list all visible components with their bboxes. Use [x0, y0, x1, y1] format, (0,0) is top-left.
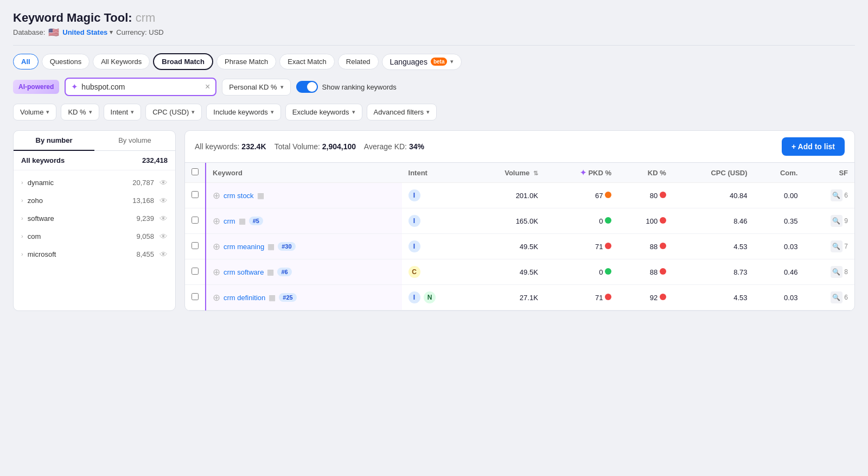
- beta-badge: beta: [431, 58, 448, 66]
- sidebar-tab-by-number[interactable]: By number: [14, 131, 94, 151]
- add-keyword-icon[interactable]: ⊕: [213, 241, 220, 252]
- filter-row: Volume ▾ KD % ▾ Intent ▾ CPC (USD) ▾ Inc…: [13, 104, 855, 120]
- keyword-link[interactable]: crm meaning: [224, 243, 264, 251]
- table-icon[interactable]: ▦: [239, 217, 246, 225]
- row-checkbox[interactable]: [192, 217, 199, 224]
- th-intent: Intent: [402, 163, 469, 183]
- volume-filter[interactable]: Volume ▾: [13, 104, 56, 120]
- table-icon[interactable]: ▦: [257, 191, 264, 200]
- serp-icon[interactable]: 🔍: [831, 189, 843, 201]
- pkd-cell: 71: [545, 234, 618, 259]
- add-keyword-icon[interactable]: ⊕: [213, 215, 220, 227]
- intent-badge-i: I: [409, 215, 420, 227]
- keyword-link[interactable]: crm: [224, 217, 235, 225]
- ai-search-input[interactable]: [81, 82, 202, 91]
- pkd-cell: 67: [545, 183, 618, 208]
- pkd-dot: [605, 243, 611, 249]
- search-row: AI-powered ✦ × Personal KD % ▾ Show rank…: [13, 78, 855, 96]
- serp-icon[interactable]: 🔍: [831, 291, 843, 303]
- eye-icon[interactable]: 👁: [159, 178, 168, 187]
- sidebar: By number By volume All keywords 232,418…: [13, 130, 176, 311]
- table-icon[interactable]: ▦: [269, 293, 276, 302]
- com-cell: 0.03: [754, 285, 805, 310]
- chevron-down-icon: ▾: [131, 109, 134, 116]
- sf-cell: 🔍 9: [804, 208, 854, 234]
- include-keywords-filter[interactable]: Include keywords ▾: [206, 104, 280, 120]
- keyword-link[interactable]: crm software: [224, 268, 264, 276]
- tabs-row: All Questions All Keywords Broad Match P…: [13, 53, 855, 70]
- exclude-keywords-filter[interactable]: Exclude keywords ▾: [285, 104, 362, 120]
- sidebar-item-com[interactable]: › com 9,058 👁: [14, 227, 175, 245]
- eye-icon[interactable]: 👁: [159, 232, 168, 241]
- add-to-list-button[interactable]: + Add to list: [782, 137, 845, 156]
- keyword-link[interactable]: crm definition: [224, 294, 265, 302]
- db-row: Database: 🇺🇸 United States ▾ Currency: U…: [13, 27, 855, 37]
- kd-dropdown[interactable]: Personal KD % ▾: [222, 79, 290, 96]
- database-dropdown[interactable]: United States ▾: [62, 28, 113, 36]
- sidebar-item-dynamic[interactable]: › dynamic 20,787 👁: [14, 174, 175, 192]
- show-ranking-toggle[interactable]: [296, 81, 318, 93]
- eye-icon[interactable]: 👁: [159, 214, 168, 223]
- intent-filter[interactable]: Intent ▾: [104, 104, 142, 120]
- main-content: By number By volume All keywords 232,418…: [13, 130, 855, 311]
- clear-search-icon[interactable]: ×: [205, 82, 210, 91]
- show-ranking-label: Show ranking keywords: [322, 83, 397, 91]
- chevron-down-icon: ▾: [426, 109, 430, 116]
- tab-all[interactable]: All: [13, 54, 39, 69]
- intent-badge-i: I: [409, 291, 420, 303]
- com-cell: 0.35: [754, 208, 805, 234]
- rank-badge: #6: [277, 268, 291, 276]
- th-cpc: CPC (USD): [673, 163, 754, 183]
- table-icon[interactable]: ▦: [267, 242, 275, 251]
- serp-icon[interactable]: 🔍: [831, 266, 843, 278]
- row-checkbox[interactable]: [192, 268, 199, 275]
- tab-questions[interactable]: Questions: [42, 54, 90, 69]
- intent-badge-c: C: [409, 266, 420, 278]
- table-header-bar: All keywords: 232.4K Total Volume: 2,904…: [185, 131, 854, 163]
- volume-cell: 27.1K: [468, 285, 545, 310]
- cpc-cell: 4.53: [673, 234, 754, 259]
- kd-filter[interactable]: KD % ▾: [61, 104, 99, 120]
- select-all-checkbox[interactable]: [192, 168, 199, 175]
- eye-icon[interactable]: 👁: [159, 196, 168, 205]
- sidebar-item-zoho[interactable]: › zoho 13,168 👁: [14, 192, 175, 210]
- row-checkbox[interactable]: [192, 242, 199, 249]
- sidebar-item-microsoft[interactable]: › microsoft 8,455 👁: [14, 245, 175, 263]
- keyword-link[interactable]: crm stock: [224, 192, 254, 200]
- serp-icon[interactable]: 🔍: [831, 240, 843, 252]
- kd-cell: 88: [618, 234, 673, 259]
- eye-icon[interactable]: 👁: [159, 250, 168, 259]
- table-row: ⊕ crm software ▦ #6 C 49.5K 0: [185, 259, 854, 285]
- th-sf: SF: [804, 163, 854, 183]
- th-volume[interactable]: Volume ⇅: [468, 163, 545, 183]
- add-keyword-icon[interactable]: ⊕: [213, 190, 220, 201]
- add-keyword-icon[interactable]: ⊕: [213, 292, 220, 303]
- chevron-down-icon: ▾: [89, 109, 92, 116]
- tab-broad-match[interactable]: Broad Match: [153, 53, 213, 70]
- keyword-cell: ⊕ crm ▦ #5: [206, 208, 402, 234]
- serp-icon[interactable]: 🔍: [831, 215, 843, 227]
- row-checkbox[interactable]: [192, 293, 199, 300]
- row-checkbox[interactable]: [192, 191, 199, 198]
- ai-search-input-wrap[interactable]: ✦ ×: [65, 78, 216, 96]
- advanced-filters[interactable]: Advanced filters ▾: [367, 104, 437, 120]
- add-keyword-icon[interactable]: ⊕: [213, 266, 220, 278]
- th-checkbox: [185, 163, 206, 183]
- kd-dot: [660, 217, 666, 224]
- kd-dot: [660, 192, 666, 198]
- tab-exact-match[interactable]: Exact Match: [279, 54, 335, 69]
- volume-cell: 165.0K: [468, 208, 545, 234]
- cpc-cell: 8.46: [673, 208, 754, 234]
- tab-phrase-match[interactable]: Phrase Match: [216, 54, 276, 69]
- table-row: ⊕ crm definition ▦ #25 I N 27.1K: [185, 285, 854, 310]
- divider: [13, 45, 855, 46]
- cpc-filter[interactable]: CPC (USD) ▾: [145, 104, 202, 120]
- kd-cell: 92: [618, 285, 673, 310]
- tab-languages[interactable]: Languages beta ▾: [382, 54, 462, 70]
- sidebar-item-software[interactable]: › software 9,239 👁: [14, 210, 175, 227]
- table-icon[interactable]: ▦: [267, 268, 274, 276]
- sidebar-tab-by-volume[interactable]: By volume: [94, 131, 175, 150]
- tab-related[interactable]: Related: [338, 54, 379, 69]
- intent-cell: C: [402, 259, 469, 285]
- tab-all-keywords[interactable]: All Keywords: [93, 54, 150, 69]
